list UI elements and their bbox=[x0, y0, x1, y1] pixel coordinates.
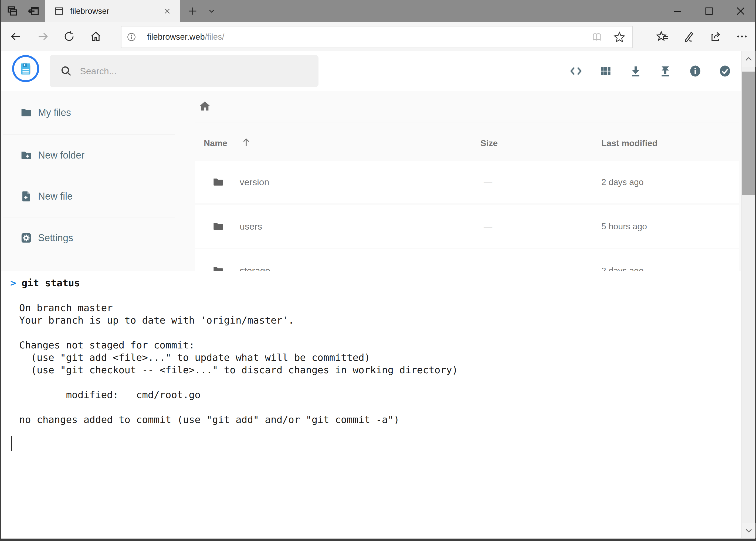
terminal-panel[interactable]: > git status On branch master Your branc… bbox=[1, 270, 741, 538]
breadcrumb-divider bbox=[195, 123, 739, 123]
sort-ascending-icon[interactable] bbox=[240, 136, 252, 148]
sidebar-item-label: Settings bbox=[38, 232, 73, 244]
address-bar[interactable]: filebrowser.web/files/ bbox=[121, 26, 632, 48]
tabs-menu-chevron-icon[interactable] bbox=[205, 0, 219, 22]
file-name: version bbox=[240, 161, 269, 204]
tab-preview-icon[interactable] bbox=[5, 0, 20, 22]
app-header bbox=[1, 51, 741, 91]
share-icon[interactable] bbox=[705, 22, 726, 51]
sidebar-item-settings[interactable]: Settings bbox=[1, 223, 175, 253]
code-view-icon[interactable] bbox=[570, 65, 583, 78]
search-box[interactable] bbox=[50, 55, 319, 87]
sidebar-item-label: New file bbox=[38, 191, 73, 202]
sidebar-item-my-files[interactable]: My files bbox=[1, 98, 175, 128]
file-size: — bbox=[484, 161, 492, 204]
url-text: filebrowser.web/files/ bbox=[147, 32, 224, 42]
tab-close-icon[interactable] bbox=[163, 7, 171, 15]
sidebar-item-label: New folder bbox=[38, 150, 85, 161]
page-scrollbar[interactable] bbox=[741, 51, 755, 538]
column-header-size[interactable]: Size bbox=[480, 138, 498, 148]
filebrowser-logo[interactable] bbox=[12, 55, 39, 82]
sidebar-divider bbox=[3, 135, 175, 135]
download-icon[interactable] bbox=[629, 65, 642, 78]
maximize-button[interactable] bbox=[695, 0, 723, 22]
terminal-output: On branch master Your branch is up to da… bbox=[1, 289, 741, 426]
web-notes-pen-icon[interactable] bbox=[678, 22, 699, 51]
header-actions bbox=[570, 51, 731, 91]
reading-view-icon[interactable] bbox=[591, 31, 603, 43]
sidebar-divider bbox=[3, 217, 175, 218]
file-size: — bbox=[484, 205, 492, 248]
settings-more-icon[interactable] bbox=[732, 22, 752, 51]
file-modified: 2 days ago bbox=[601, 161, 644, 204]
scroll-up-button[interactable] bbox=[742, 51, 755, 67]
folder-plus-icon bbox=[20, 149, 33, 162]
column-header-modified[interactable]: Last modified bbox=[601, 138, 657, 148]
search-icon bbox=[60, 65, 72, 77]
scroll-down-button[interactable] bbox=[742, 523, 755, 538]
browser-tab[interactable]: filebrowser bbox=[45, 0, 180, 22]
refresh-button[interactable] bbox=[59, 22, 79, 51]
site-info-icon[interactable] bbox=[126, 32, 136, 42]
column-header-name[interactable]: Name bbox=[204, 138, 227, 148]
window-border-bottom bbox=[0, 539, 756, 541]
prompt-chevron-icon: > bbox=[10, 277, 16, 289]
folder-icon bbox=[20, 106, 33, 119]
home-button[interactable] bbox=[86, 22, 106, 51]
tab-page-icon bbox=[54, 6, 64, 16]
urlbar-divider bbox=[141, 29, 141, 45]
file-modified: 5 hours ago bbox=[601, 205, 647, 248]
select-check-icon[interactable] bbox=[718, 65, 731, 78]
terminal-command: git status bbox=[22, 277, 80, 289]
favorites-hub-icon[interactable] bbox=[652, 22, 672, 51]
search-input[interactable] bbox=[79, 66, 301, 77]
forward-button[interactable] bbox=[33, 22, 53, 51]
add-favorite-star-icon[interactable] bbox=[613, 31, 626, 43]
back-button[interactable] bbox=[6, 22, 26, 51]
browser-toolbar: filebrowser.web/files/ bbox=[1, 22, 755, 51]
folder-icon bbox=[212, 176, 224, 188]
file-plus-icon bbox=[20, 190, 33, 203]
upload-icon[interactable] bbox=[659, 65, 672, 78]
scrollbar-thumb[interactable] bbox=[742, 72, 755, 195]
sidebar-item-label: My files bbox=[38, 107, 71, 118]
set-tabs-aside-icon[interactable] bbox=[26, 0, 41, 22]
browser-window: filebrowser bbox=[0, 0, 756, 541]
sidebar-item-new-folder[interactable]: New folder bbox=[1, 141, 175, 170]
sidebar-item-new-file[interactable]: New file bbox=[1, 182, 175, 211]
info-circle-icon[interactable] bbox=[689, 65, 702, 78]
url-host: filebrowser.web bbox=[147, 32, 205, 42]
minimize-button[interactable] bbox=[663, 0, 691, 22]
terminal-cursor[interactable] bbox=[11, 436, 12, 451]
window-close-button[interactable] bbox=[727, 0, 755, 22]
folder-icon bbox=[212, 220, 224, 233]
titlebar: filebrowser bbox=[0, 0, 756, 22]
file-name: users bbox=[240, 205, 262, 248]
terminal-prompt-line: > git status bbox=[1, 271, 741, 289]
url-path: /files/ bbox=[205, 32, 224, 42]
file-row-users[interactable]: users — 5 hours ago bbox=[195, 205, 739, 248]
gear-icon bbox=[20, 232, 33, 245]
breadcrumb-home-icon[interactable] bbox=[198, 99, 212, 113]
new-tab-button[interactable] bbox=[186, 0, 200, 22]
file-row-version[interactable]: version — 2 days ago bbox=[195, 161, 739, 204]
grid-view-icon[interactable] bbox=[599, 65, 612, 78]
tab-title: filebrowser bbox=[70, 6, 163, 16]
